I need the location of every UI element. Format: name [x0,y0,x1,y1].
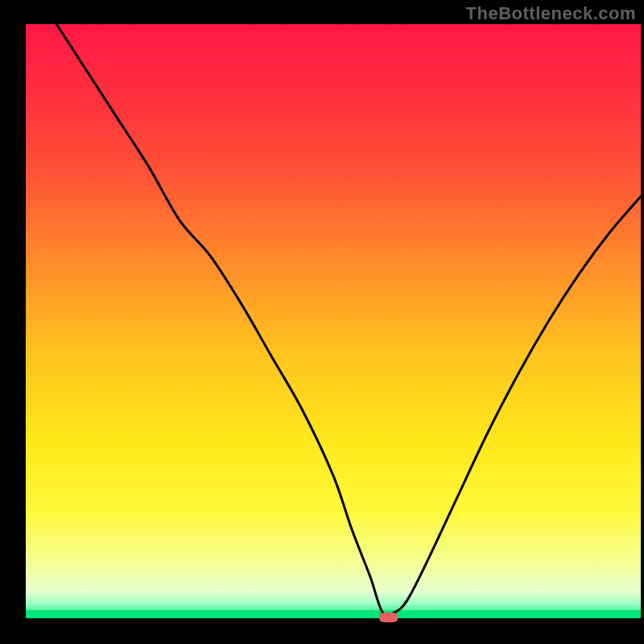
chart-frame: TheBottleneck.com [0,0,644,644]
watermark-text: TheBottleneck.com [466,3,636,24]
best-match-marker [379,613,398,622]
bottom-green-band [26,610,641,618]
bottleneck-chart [0,0,644,644]
